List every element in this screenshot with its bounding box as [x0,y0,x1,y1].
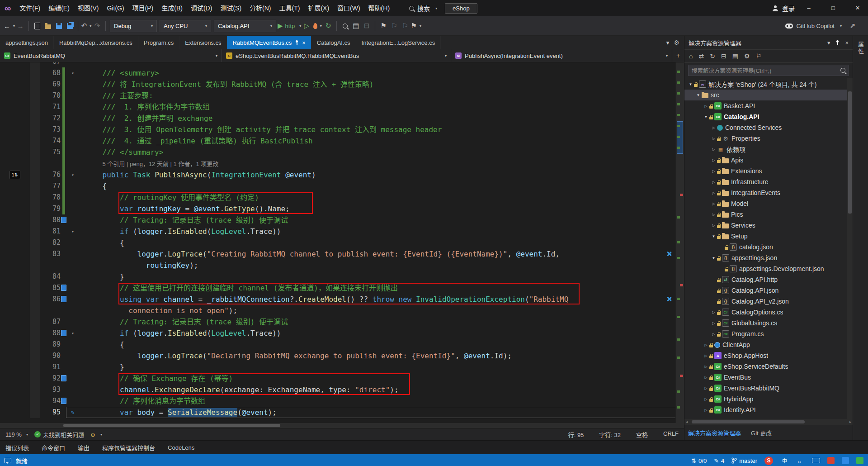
fold-margin[interactable] [67,90,79,101]
fold-margin[interactable] [67,294,79,305]
panel-chevron-icon[interactable]: ▾ [827,39,830,46]
panel-horizontal-scrollbar[interactable]: ◂ ▸ [684,419,853,425]
tree-item[interactable]: ▷Model [684,198,853,209]
fold-margin[interactable]: ✎ [67,407,79,418]
breakpoint-margin[interactable]: 1⇅ [0,169,30,181]
maximize-button[interactable]: □ [823,0,844,16]
breakpoint-margin[interactable] [0,407,30,418]
uncomment-selection-icon[interactable]: ⊟ [361,19,372,32]
tree-item[interactable]: ▼Setup [684,231,853,242]
breakpoint-margin[interactable] [0,361,30,373]
fold-margin[interactable] [67,101,79,113]
menu-item-6[interactable]: 调试(D) [187,2,216,14]
breakpoint-margin[interactable] [0,384,30,395]
breakpoint-margin[interactable] [0,328,30,339]
chevron-right-icon[interactable]: ▷ [703,386,709,390]
tree-item[interactable]: ▷C#HybridApp [684,394,853,404]
chevron-down-icon[interactable]: ▼ [710,234,717,238]
chevron-right-icon[interactable]: ▷ [703,354,709,358]
fold-margin[interactable] [67,62,79,67]
tree-item[interactable]: ▷C#CatalogOptions.cs [684,307,853,318]
comment-selection-icon[interactable]: ▤ [350,19,361,32]
code-text[interactable]: /// <summary> [79,67,676,79]
properties-icon[interactable]: ⚙ [744,52,750,60]
menu-item-4[interactable]: 项目(P) [128,2,158,14]
redo-icon[interactable]: ↷ [92,19,103,32]
document-tab[interactable]: appsettings.json [0,36,54,49]
breakpoint-margin[interactable] [0,282,30,294]
fold-margin[interactable] [67,260,79,271]
menu-item-7[interactable]: 测试(S) [216,2,245,14]
code-text[interactable]: // Tracing: 记录日志 (trace 级别) 便于调试 [79,316,676,328]
fold-margin[interactable] [67,124,79,135]
code-text[interactable]: using var channel = _rabbitMQConnection?… [79,294,676,305]
tree-item[interactable]: ▷C#Basket.API [684,100,853,111]
git-branch-indicator[interactable]: master [731,457,757,464]
tree-item[interactable]: ▷▦依赖项 [684,144,853,155]
breakpoint-margin[interactable] [0,158,30,169]
tree-item[interactable]: ▼{}appsettings.json [684,252,853,263]
tree-item[interactable]: {}appsettings.Development.json [684,263,853,274]
hot-reload-icon[interactable]: ▾ [312,19,323,32]
chevron-right-icon[interactable]: ▷ [710,180,717,184]
sign-in-button[interactable]: 登录 [782,4,795,13]
code-text[interactable]: /// 4. 通过 _pipeline (重试策略) 执行 BasicPubli… [79,135,676,147]
sync-with-active-document-icon[interactable]: ⇄ [698,52,704,60]
pending-edits[interactable]: ✎4 [714,457,724,464]
tree-item[interactable]: ⇄Catalog.API.http [684,274,853,285]
navigate-forward-icon[interactable]: → [15,19,26,32]
code-text[interactable]: logger.LogTrace("Creating RabbitMQ chann… [79,248,676,260]
fold-margin[interactable] [67,384,79,395]
code-text[interactable]: } [79,271,676,282]
menu-item-2[interactable]: 视图(V) [74,2,103,14]
close-button[interactable]: ✕ [847,0,868,16]
chevron-right-icon[interactable]: ▷ [710,332,717,336]
code-text[interactable]: routingKey); [79,260,676,271]
solution-badge[interactable]: eShop [445,3,477,14]
selection-counter[interactable]: ⇅0/0 [691,457,707,464]
zoom-dropdown[interactable]: 119 %▾ [5,431,28,438]
bottom-panel-tab-1[interactable]: 命令窗口 [42,443,65,452]
code-text[interactable]: /// 将 IntegrationEvent 发布到 RabbitMQ (含 t… [79,79,676,90]
column-indicator[interactable]: 字符: 32 [599,430,621,439]
breakpoint-margin[interactable] [0,294,30,305]
member-dropdown[interactable]: M PublishAsync(IntegrationEvent event)▾ [451,49,672,62]
breakpoint-margin[interactable] [0,271,30,282]
code-cleanup-icon[interactable]: ▾ [90,432,102,437]
code-text[interactable]: if (logger.IsEnabled(LogLevel.Trace)) [79,328,676,339]
breakpoint-margin[interactable] [0,248,30,260]
fold-margin[interactable] [67,373,79,384]
menu-item-3[interactable]: Git(G) [103,2,128,14]
next-bookmark-icon[interactable]: ⚐ [400,19,410,32]
fold-margin[interactable] [67,214,79,226]
tree-item[interactable]: ▼∞解决方案 'eShop' (24 个项目, 共 24 个) [684,79,853,90]
tree-item[interactable]: ▷AeShop.AppHost [684,350,853,361]
toggle-bookmark-icon[interactable]: ⚑ [378,19,389,32]
code-text[interactable]: /// 3. 使用 OpenTelemetry 创建 activity 并把 t… [79,124,676,135]
document-tab[interactable]: RabbitMqDep...xtensions.cs [54,36,138,49]
menu-item-11[interactable]: 窗口(W) [333,2,364,14]
fold-margin[interactable]: ▾ [67,169,79,181]
tree-item[interactable]: ▷IntegrationEvents [684,187,853,198]
tree-item[interactable]: ▼src [684,90,853,100]
fold-margin[interactable] [67,339,79,350]
breakpoint-margin[interactable] [0,79,30,90]
fold-margin[interactable]: ▾ [67,67,79,79]
breakpoint-margin[interactable] [0,192,30,203]
breakpoint-margin[interactable] [0,203,30,214]
code-text[interactable]: { [79,339,676,350]
document-tab[interactable]: CatalogAI.cs [311,36,356,49]
ime-language-icon[interactable]: 中 [780,456,789,465]
chevron-right-icon[interactable]: ▷ [710,126,717,130]
space-indicator[interactable]: 空格 [636,430,648,439]
tab-settings-icon[interactable]: ⚙ [674,39,679,46]
code-text[interactable]: channel.ExchangeDeclare(exchange: Exchan… [79,384,676,395]
document-list-icon[interactable]: ▾ [666,39,669,46]
type-dropdown[interactable]: C eShop.EventBusRabbitMQ.RabbitMQEventBu… [222,49,451,62]
chevron-right-icon[interactable]: ▷ [703,376,709,380]
show-all-files-icon[interactable]: ▤ [732,52,738,60]
chevron-down-icon[interactable]: ▼ [710,256,717,260]
breakpoint-margin[interactable] [0,62,30,67]
breakpoint-margin[interactable] [0,135,30,147]
bookmark-window-icon[interactable]: ⚑▾ [410,19,421,32]
